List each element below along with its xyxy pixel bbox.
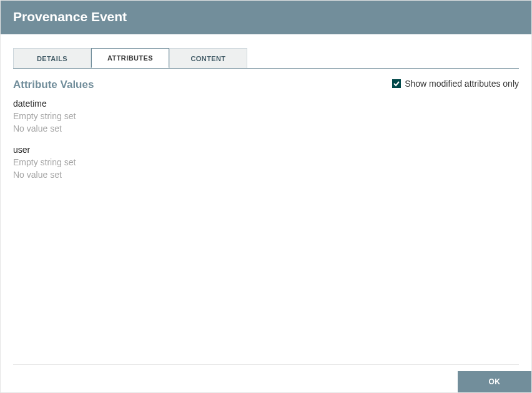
tabs: DETAILS ATTRIBUTES CONTENT — [13, 48, 519, 69]
ok-button[interactable]: OK — [458, 371, 531, 392]
show-modified-label: Show modified attributes only — [405, 79, 519, 89]
attribute-value-line: No value set — [13, 168, 519, 181]
attribute-item: user Empty string set No value set — [13, 143, 519, 181]
attribute-list: datetime Empty string set No value set u… — [13, 97, 519, 181]
tab-details-label: DETAILS — [37, 55, 67, 62]
dialog-body: DETAILS ATTRIBUTES CONTENT Attribute Val… — [1, 34, 531, 364]
attribute-item: datetime Empty string set No value set — [13, 97, 519, 135]
attribute-value-line: Empty string set — [13, 156, 519, 168]
dialog-actions: OK — [1, 365, 531, 392]
tab-attributes[interactable]: ATTRIBUTES — [91, 48, 169, 68]
show-modified-checkbox[interactable] — [392, 79, 401, 88]
tab-attributes-label: ATTRIBUTES — [107, 54, 153, 62]
check-icon — [393, 80, 400, 87]
dialog-title: Provenance Event — [13, 9, 519, 24]
tab-content-label: CONTENT — [191, 55, 226, 62]
tab-panel-attributes: Attribute Values Show modified attribute… — [13, 69, 519, 364]
attribute-name: user — [13, 143, 519, 156]
attribute-name: datetime — [13, 97, 519, 110]
provenance-event-dialog: Provenance Event DETAILS ATTRIBUTES CONT… — [0, 0, 532, 393]
attribute-value-line: Empty string set — [13, 110, 519, 122]
show-modified-control[interactable]: Show modified attributes only — [392, 79, 519, 89]
tab-details[interactable]: DETAILS — [13, 48, 91, 68]
dialog-titlebar: Provenance Event — [1, 1, 531, 34]
tab-content[interactable]: CONTENT — [169, 48, 247, 68]
attribute-value-line: No value set — [13, 122, 519, 135]
